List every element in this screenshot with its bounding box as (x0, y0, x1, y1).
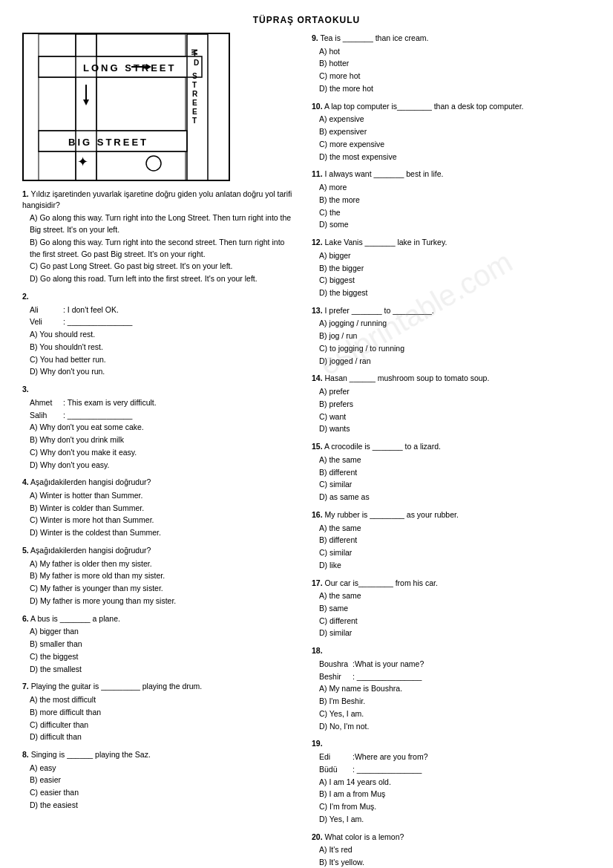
option-letter: A) (319, 591, 327, 600)
option-text: the most expensive (330, 152, 396, 161)
question-number: 6. (22, 614, 29, 623)
option-letter: A) (30, 422, 38, 431)
option-letter: A) (30, 330, 38, 339)
option-text: jog / run (329, 331, 357, 340)
option-item: A) You should rest. (30, 329, 297, 341)
option-letter: B) (319, 127, 327, 136)
option-letter: C) (30, 355, 38, 364)
options-list: A) the most difficult B) more difficult … (30, 694, 297, 743)
option-text: prefer (329, 387, 349, 396)
option-letter: A) (30, 491, 38, 500)
option-letter: A) (319, 845, 327, 854)
svg-rect-23 (39, 151, 76, 181)
option-text: smaller than (39, 639, 82, 648)
option-item: B) different (319, 467, 591, 479)
option-item: A) My father is older then my sister. (30, 558, 297, 570)
dialog-line: Büdü : _______________ (319, 764, 591, 776)
option-text: easier (39, 775, 61, 784)
svg-rect-22 (96, 77, 186, 131)
option-text: similar (330, 548, 352, 557)
dialog-line: Boushra :What is your name? (319, 659, 591, 670)
option-text: It's yellow. (329, 858, 364, 867)
option-item: D) the more hot (319, 83, 591, 95)
question-text: 10. A lap top computer is________ than a… (312, 101, 591, 112)
option-item: B) You shouldn't rest. (30, 342, 297, 353)
option-text: the biggest (330, 288, 367, 297)
option-item: C) Winter is more hot than Summer. (30, 515, 297, 526)
option-letter: C) (319, 275, 327, 284)
option-letter: B) (319, 468, 327, 477)
option-text: the more hot (330, 84, 373, 93)
option-item: A) hot (319, 46, 591, 58)
question-number: 9. (312, 33, 318, 42)
option-text: My father is more young than my sister. (40, 596, 176, 605)
option-item: D) as same as (319, 492, 591, 503)
question-number: 13. (312, 306, 323, 315)
option-item: D) Why don't you easy. (30, 460, 297, 471)
option-letter: C) (319, 140, 327, 149)
option-item: D) the most expensive (319, 151, 591, 163)
options-list: A) the same B) different C) similar D) a… (319, 454, 591, 503)
question-block: 10. A lap top computer is________ than a… (312, 101, 591, 163)
option-text: similar (330, 628, 352, 637)
option-item: A) jogging / running (319, 318, 591, 330)
dialog-text: : _______________ (353, 764, 422, 776)
option-text: bigger (329, 251, 350, 260)
question-text: 1. Yıldız işaretinden yuvarlak işaretine… (22, 189, 297, 210)
option-text: My name is Boushra. (329, 684, 402, 693)
option-item: C) I'm from Muş. (319, 801, 591, 813)
option-item: A) I am 14 years old. (319, 777, 591, 789)
option-text: more expensive (330, 140, 384, 149)
option-text: like (330, 561, 341, 570)
option-letter: B) (319, 399, 327, 408)
option-text: easier than (40, 788, 79, 797)
svg-text:E: E (192, 108, 197, 116)
option-item: B) I am a from Muş (319, 789, 591, 800)
options-list: A) hot B) hotter C) more hot D) the more… (319, 46, 591, 95)
question-text: 8. Singing is ______ playing the Saz. (22, 749, 297, 760)
option-text: easy (39, 763, 56, 772)
svg-text:BIG STREET: BIG STREET (68, 137, 148, 148)
svg-text:I: I (194, 50, 196, 58)
question-block: 8. Singing is ______ playing the Saz. A)… (22, 749, 297, 812)
question-text: 5. Aşağıdakilerden hangisi doğrudur? (22, 545, 297, 556)
svg-point-26 (146, 156, 161, 171)
svg-rect-17 (39, 34, 76, 56)
option-letter: A) (319, 47, 327, 56)
option-letter: B) (30, 639, 38, 648)
option-item: A) easy (30, 763, 297, 774)
option-text: I am a from Muş (329, 789, 385, 798)
option-letter: C) (30, 261, 38, 270)
question-block: 4. Aşağıdakilerden hangisi doğrudur? A) … (22, 477, 297, 539)
option-letter: C) (319, 802, 327, 811)
dialog-text: :What is your name? (353, 659, 424, 670)
question-block: 13. I prefer _______ to _________. A) jo… (312, 305, 591, 368)
option-text: Winter is more hot than Summer. (40, 515, 154, 524)
options-list: A) You should rest. B) You shouldn't res… (30, 329, 297, 378)
question-text: 7. Playing the guitar is _________ playi… (22, 681, 297, 692)
dialog-text: : _______________ (63, 410, 132, 422)
question-text: 13. I prefer _______ to _________. (312, 305, 591, 316)
option-text: to jogging / to running (330, 344, 404, 353)
question-block: 1. Yıldız işaretinden yuvarlak işaretine… (22, 189, 297, 285)
option-letter: D) (30, 732, 38, 741)
speaker: Büdü (319, 764, 349, 776)
dialog-line: Ahmet : This exam is very difficult. (30, 397, 297, 409)
option-letter: D) (319, 220, 327, 229)
option-letter: D) (319, 424, 327, 433)
option-letter: C) (319, 548, 327, 557)
option-item: C) the (319, 207, 591, 219)
option-item: C) Go past Long Street. Go past big stre… (30, 261, 297, 273)
question-number: 8. (22, 750, 29, 759)
svg-text:R: R (192, 90, 198, 98)
option-item: C) to jogging / to running (319, 343, 591, 355)
option-letter: A) (30, 213, 38, 222)
option-letter: D) (30, 800, 38, 809)
option-text: difficulter than (40, 720, 88, 729)
option-letter: A) (319, 114, 327, 123)
question-number: 14. (312, 373, 323, 382)
option-item: D) the smallest (30, 664, 297, 676)
option-text: wants (330, 424, 350, 433)
question-number: 10. (312, 102, 323, 111)
option-text: biggest (330, 275, 355, 284)
